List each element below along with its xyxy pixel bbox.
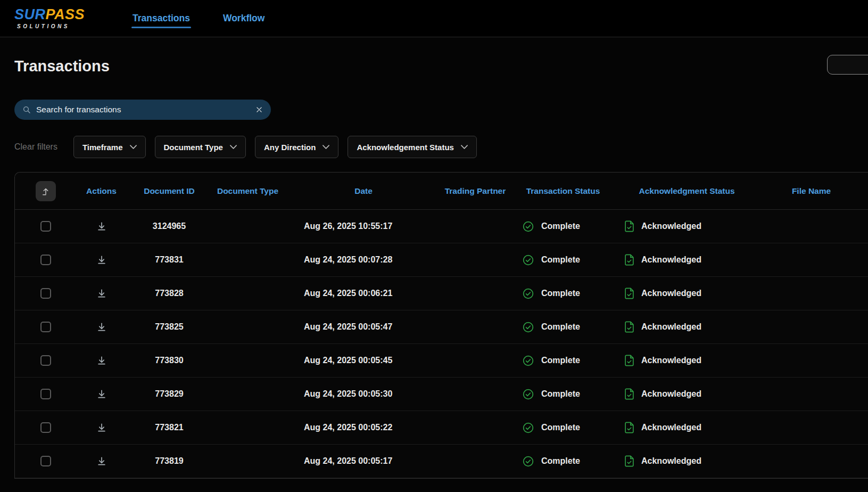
acknowledgment-status-cell: Acknowledged <box>619 422 755 433</box>
chevron-down-icon <box>323 145 329 149</box>
actions-cell <box>76 355 127 366</box>
download-button[interactable] <box>96 288 107 299</box>
actions-cell <box>76 422 127 433</box>
select-cell <box>15 288 76 299</box>
acknowledgment-status-label: Acknowledged <box>641 222 701 231</box>
acknowledgment-status-cell: Acknowledged <box>619 288 755 299</box>
filter-bar: Clear filters Timeframe Document Type An… <box>14 136 868 158</box>
file-check-icon <box>624 288 634 299</box>
check-circle-icon <box>522 220 534 233</box>
transaction-status-label: Complete <box>541 356 580 365</box>
clear-filters-button[interactable]: Clear filters <box>14 142 57 152</box>
transaction-status-cell: Complete <box>507 220 619 233</box>
date-cell: Aug 24, 2025 00:05:47 <box>284 322 443 332</box>
select-cell <box>15 221 76 232</box>
date-cell: Aug 24, 2025 00:05:45 <box>284 356 443 365</box>
column-header-date[interactable]: Date <box>284 186 443 196</box>
table-row: 773829 Aug 24, 2025 00:05:30 Complete Ac… <box>15 378 868 411</box>
file-check-icon <box>624 321 634 333</box>
column-header-file-name[interactable]: File Name <box>755 186 868 196</box>
row-checkbox[interactable] <box>40 255 51 265</box>
chevron-down-icon <box>461 145 468 149</box>
tab-workflow[interactable]: Workflow <box>223 0 264 37</box>
tab-transactions[interactable]: Transactions <box>133 0 190 37</box>
row-checkbox[interactable] <box>40 322 51 332</box>
date-cell: Aug 26, 2025 10:55:17 <box>284 222 443 231</box>
transaction-status-label: Complete <box>541 423 580 432</box>
transaction-status-label: Complete <box>541 222 580 231</box>
download-button[interactable] <box>96 422 107 433</box>
column-header-document-type[interactable]: Document Type <box>212 186 284 196</box>
file-check-icon <box>624 422 634 433</box>
acknowledgment-status-label: Acknowledged <box>641 289 701 298</box>
search-input[interactable] <box>36 105 250 114</box>
file-check-icon <box>624 220 634 232</box>
date-cell: Aug 24, 2025 00:05:30 <box>284 389 443 399</box>
row-checkbox[interactable] <box>40 355 51 366</box>
document-id-cell: 773830 <box>127 356 212 365</box>
partial-right-button[interactable] <box>827 55 868 75</box>
row-checkbox[interactable] <box>40 221 51 232</box>
column-header-acknowledgment-status[interactable]: Acknowledgment Status <box>619 186 755 196</box>
search-icon <box>22 105 31 114</box>
download-icon <box>96 322 107 332</box>
document-id-cell: 773829 <box>127 389 212 399</box>
brand-logo[interactable]: SURPASS SOLUTIONS <box>14 7 100 29</box>
transaction-status-cell: Complete <box>507 355 619 367</box>
transaction-status-label: Complete <box>541 322 580 332</box>
check-circle-icon <box>522 388 534 400</box>
transaction-status-cell: Complete <box>507 288 619 300</box>
chevron-down-icon <box>130 145 137 149</box>
row-checkbox[interactable] <box>40 422 51 433</box>
column-header-actions[interactable]: Actions <box>76 186 127 196</box>
column-header-trading-partner[interactable]: Trading Partner <box>443 186 507 196</box>
brand-subtitle: SOLUTIONS <box>14 23 100 29</box>
date-cell: Aug 24, 2025 00:05:17 <box>284 456 443 466</box>
acknowledgment-status-cell: Acknowledged <box>619 220 755 232</box>
download-button[interactable] <box>96 456 107 466</box>
document-id-cell: 773831 <box>127 255 212 265</box>
acknowledgment-status-label: Acknowledged <box>641 389 701 399</box>
acknowledgment-status-cell: Acknowledged <box>619 388 755 400</box>
download-button[interactable] <box>96 322 107 332</box>
filter-timeframe[interactable]: Timeframe <box>73 136 146 158</box>
download-icon <box>96 355 107 366</box>
date-cell: Aug 24, 2025 00:06:21 <box>284 289 443 298</box>
filter-document-type[interactable]: Document Type <box>155 136 246 158</box>
acknowledgment-status-label: Acknowledged <box>641 456 701 466</box>
clear-search-button[interactable] <box>255 106 263 113</box>
row-checkbox[interactable] <box>40 389 51 399</box>
transaction-status-cell: Complete <box>507 422 619 434</box>
transaction-status-label: Complete <box>541 289 580 298</box>
download-button[interactable] <box>96 355 107 366</box>
row-checkbox[interactable] <box>40 288 51 299</box>
chevron-down-icon <box>230 145 237 149</box>
select-cell <box>15 456 76 466</box>
download-icon <box>96 221 107 232</box>
download-button[interactable] <box>96 389 107 399</box>
filter-acknowledgement-status[interactable]: Acknowledgement Status <box>348 136 477 158</box>
brand-name: SURPASS <box>14 7 100 22</box>
export-selected-button[interactable] <box>36 181 56 201</box>
main-nav: Transactions Workflow <box>133 0 264 37</box>
actions-cell <box>76 456 127 466</box>
download-button[interactable] <box>96 255 107 265</box>
column-header-transaction-status[interactable]: Transaction Status <box>507 186 619 196</box>
select-cell <box>15 255 76 265</box>
top-navigation-bar: SURPASS SOLUTIONS Transactions Workflow <box>0 0 868 37</box>
select-cell <box>15 422 76 433</box>
select-cell <box>15 322 76 332</box>
table-row: 773821 Aug 24, 2025 00:05:22 Complete Ac… <box>15 411 868 445</box>
acknowledgment-status-cell: Acknowledged <box>619 321 755 333</box>
acknowledgment-status-label: Acknowledged <box>641 356 701 365</box>
check-circle-icon <box>522 455 534 468</box>
filter-direction[interactable]: Any Direction <box>255 136 339 158</box>
download-button[interactable] <box>96 221 107 232</box>
table-row: 773830 Aug 24, 2025 00:05:45 Complete Ac… <box>15 344 868 378</box>
document-id-cell: 773819 <box>127 456 212 466</box>
table-body: 3124965 Aug 26, 2025 10:55:17 Complete A… <box>15 210 868 478</box>
transaction-status-label: Complete <box>541 255 580 265</box>
column-header-document-id[interactable]: Document ID <box>127 186 212 196</box>
row-checkbox[interactable] <box>40 456 51 466</box>
actions-cell <box>76 322 127 332</box>
